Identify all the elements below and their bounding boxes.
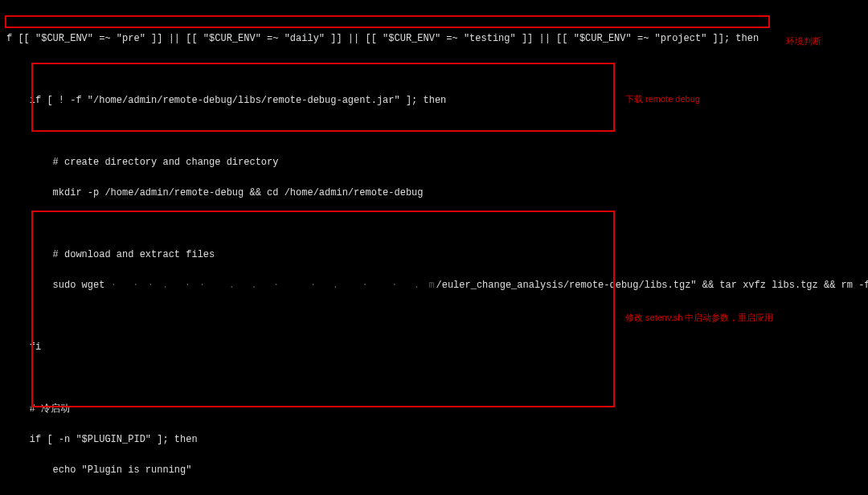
annotation-env-check: 环境判断 [786,35,821,49]
code-line: f [[ "$CUR_ENV" =~ "pre" ]] || [[ "$CUR_… [6,33,759,44]
code-line: # create directory and change directory [6,157,278,168]
code-line: if [ ! -f "/home/admin/remote-debug/libs… [6,95,446,106]
code-line: fi [6,342,41,353]
annotation-download: 下载 remote debug [625,92,700,107]
annotation-setenv: 修改 setenv.sh 中启动参数，重启应用 [625,311,773,325]
redacted-url: · · · . · · . . · · . · · . m [111,280,436,291]
code-line: # download and extract files [6,249,215,260]
code-line: # 冷启动 [6,403,70,415]
code-line: mkdir -p /home/admin/remote-debug && cd … [6,187,423,198]
code-block: f [[ "$CUR_ENV" =~ "pre" ]] || [[ "$CUR_… [0,16,868,495]
code-line: sudo wget · · · . · · . . · · . · · . m/… [6,280,868,291]
code-line: if [ -n "$PLUGIN_PID" ]; then [6,434,198,445]
code-line: echo "Plugin is running" [6,464,191,476]
